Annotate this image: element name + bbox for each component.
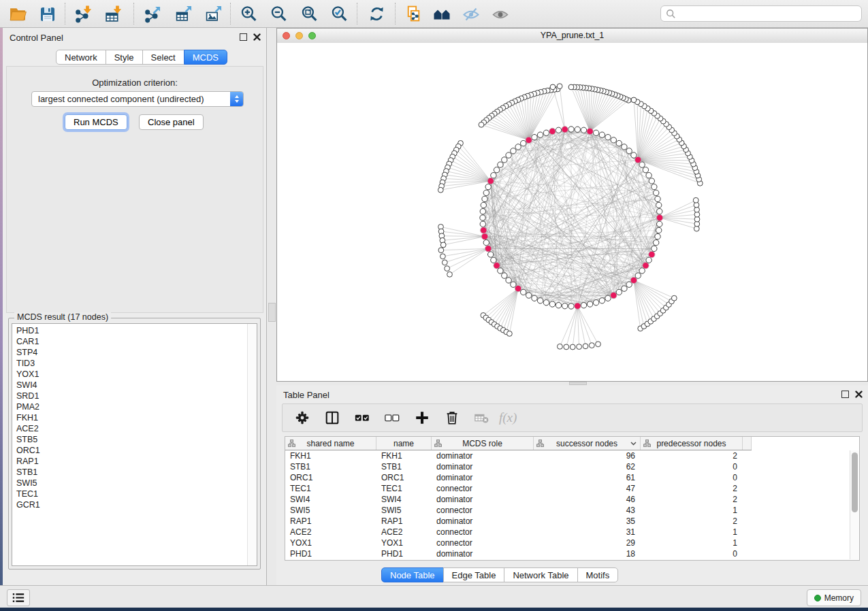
ring-node[interactable] (482, 196, 487, 201)
delete-row-button[interactable] (442, 408, 462, 427)
add-row-button[interactable] (412, 408, 432, 427)
table-cell[interactable]: 1 (641, 538, 743, 548)
apply-layout-button[interactable] (366, 4, 387, 24)
ring-node[interactable] (587, 301, 592, 307)
table-cell[interactable]: STB1 (285, 461, 376, 472)
column-header-shared-name[interactable]: shared name (285, 437, 376, 450)
table-cell[interactable]: connector (432, 527, 534, 538)
run-mcds-button[interactable]: Run MCDS (65, 114, 127, 130)
ring-node[interactable] (556, 303, 561, 308)
ring-node[interactable] (622, 286, 627, 291)
ring-node[interactable] (537, 132, 543, 137)
node-table-scrollbar[interactable] (850, 450, 859, 559)
export-image-button[interactable] (203, 4, 225, 24)
table-cell[interactable]: TEC1 (285, 483, 376, 494)
table-cell[interactable]: PHD1 (285, 548, 376, 559)
ring-node[interactable] (537, 298, 543, 303)
table-cell[interactable]: 2 (641, 494, 743, 505)
ring-node[interactable] (480, 221, 485, 227)
mcds-node[interactable] (587, 128, 593, 134)
table-cell[interactable]: 0 (641, 472, 743, 483)
ring-node[interactable] (506, 152, 511, 158)
leaf-node[interactable] (577, 344, 582, 350)
tab-motifs[interactable]: Motifs (577, 567, 619, 582)
table-cell[interactable]: 2 (641, 450, 743, 461)
ring-node[interactable] (556, 127, 561, 133)
ring-node[interactable] (593, 300, 598, 306)
mcds-result-item[interactable]: CAR1 (12, 336, 248, 347)
search-box[interactable] (660, 5, 862, 22)
ring-node[interactable] (652, 184, 657, 189)
table-cell[interactable]: 0 (641, 548, 743, 559)
table-cell[interactable]: dominator (432, 494, 534, 505)
table-cell[interactable]: 96 (534, 450, 641, 461)
leaf-node[interactable] (564, 344, 569, 350)
leaf-node[interactable] (447, 271, 453, 277)
mcds-result-item[interactable]: PHD1 (12, 325, 248, 336)
mcds-node[interactable] (656, 214, 662, 220)
leaf-node[interactable] (583, 344, 588, 349)
table-cell[interactable]: SWI5 (285, 505, 376, 516)
mcds-node[interactable] (643, 263, 649, 269)
leaf-node[interactable] (438, 187, 443, 193)
table-cell[interactable]: 1 (641, 505, 743, 516)
table-cell[interactable]: 0 (641, 461, 743, 472)
table-row[interactable]: TEC1TEC1connector472 (285, 483, 850, 494)
table-row[interactable]: ORC1ORC1dominator610 (285, 472, 850, 483)
ring-node[interactable] (639, 162, 645, 167)
scrollbar-thumb[interactable] (852, 452, 858, 512)
float-panel-icon[interactable] (841, 391, 849, 398)
table-row[interactable]: YOX1YOX1connector291 (285, 538, 850, 548)
show-all-button[interactable] (489, 4, 511, 24)
mcds-node[interactable] (526, 137, 532, 143)
float-panel-icon[interactable] (240, 33, 247, 41)
ring-node[interactable] (575, 127, 580, 132)
memory-button[interactable]: Memory (807, 589, 861, 606)
ring-node[interactable] (611, 137, 616, 143)
leaf-node[interactable] (570, 344, 575, 350)
table-cell[interactable]: FKH1 (376, 450, 432, 461)
table-cell[interactable]: ORC1 (376, 472, 432, 483)
table-row[interactable]: PHD1PHD1dominator180 (285, 548, 850, 559)
table-cell[interactable]: dominator (432, 472, 534, 483)
ring-node[interactable] (639, 268, 645, 274)
table-cell[interactable]: STB1 (376, 461, 432, 472)
table-cell[interactable]: YOX1 (376, 538, 432, 548)
ring-node[interactable] (655, 196, 660, 201)
mcds-result-item[interactable]: YOX1 (12, 369, 248, 380)
mcds-result-item[interactable]: TID3 (12, 358, 248, 369)
mcds-result-item[interactable]: ACE2 (12, 423, 248, 434)
table-cell[interactable]: dominator (432, 516, 534, 527)
zoom-selected-button[interactable] (328, 4, 350, 24)
ring-node[interactable] (568, 303, 574, 309)
ring-node[interactable] (491, 257, 496, 263)
vertical-splitter[interactable] (267, 28, 276, 585)
mcds-node[interactable] (481, 227, 487, 233)
ring-node[interactable] (502, 157, 507, 163)
ring-node[interactable] (543, 130, 549, 135)
leaf-node[interactable] (550, 84, 556, 90)
table-row[interactable]: SWI4SWI4dominator462 (285, 494, 850, 505)
mcds-result-item[interactable]: TEC1 (12, 489, 248, 499)
search-input[interactable] (677, 8, 861, 19)
ring-node[interactable] (654, 240, 659, 245)
table-cell[interactable]: 47 (534, 483, 641, 494)
network-window-titlebar[interactable]: YPA_prune.txt_1 (277, 29, 867, 44)
ring-node[interactable] (511, 148, 516, 154)
ring-node[interactable] (655, 233, 660, 239)
ring-node[interactable] (491, 173, 496, 178)
table-cell[interactable]: 2 (641, 483, 743, 494)
ring-node[interactable] (562, 303, 568, 309)
table-cell[interactable]: SWI4 (285, 494, 376, 505)
mcds-node[interactable] (549, 128, 556, 134)
leaf-node[interactable] (589, 343, 594, 348)
table-cell[interactable]: 2 (641, 516, 743, 527)
ring-node[interactable] (521, 289, 526, 295)
mcds-node[interactable] (485, 246, 492, 252)
leaf-node[interactable] (596, 342, 601, 347)
leaf-node[interactable] (558, 344, 563, 349)
deselect-all-button[interactable] (382, 408, 402, 427)
ring-node[interactable] (494, 167, 499, 173)
ring-node[interactable] (480, 215, 485, 220)
ring-node[interactable] (631, 152, 637, 158)
